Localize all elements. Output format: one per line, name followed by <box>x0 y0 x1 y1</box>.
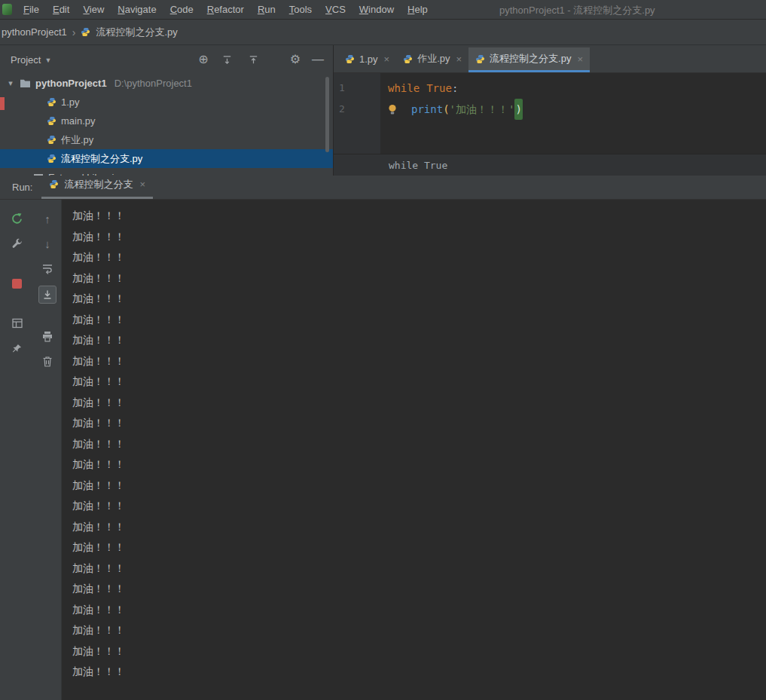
expand-all-icon[interactable] <box>220 52 235 67</box>
menu-item[interactable]: Tools <box>282 1 319 18</box>
file-name: 流程控制之分支.py <box>61 152 142 166</box>
run-console-toolbar: ↑ ↓ <box>34 200 62 700</box>
tree-item-project-root[interactable]: ▾ pythonProject1 D:\pythonProject1 <box>0 74 333 93</box>
console-output-line: 加油！！！ <box>72 537 766 558</box>
hide-panel-icon[interactable]: — <box>312 53 324 66</box>
python-file-icon <box>47 116 56 126</box>
keyword: while <box>388 78 420 99</box>
scroll-up-icon[interactable]: ↑ <box>40 211 55 226</box>
window-title: pythonProject1 - 流程控制之分支.py <box>499 4 655 17</box>
run-panel-header: Run: 流程控制之分支 × <box>0 176 766 200</box>
breadcrumb-file[interactable]: 流程控制之分支.py <box>96 26 177 39</box>
run-tab[interactable]: 流程控制之分支 × <box>41 176 153 199</box>
console-output-line: 加油！！！ <box>72 434 766 455</box>
code-lines: whileTrue: print('加油！！！') <box>380 73 766 154</box>
tab-label: 1.py <box>359 53 378 65</box>
tree-item-file[interactable]: 作业.py <box>0 130 333 149</box>
console-output-line: 加油！！！ <box>72 351 766 372</box>
pycharm-window: { "icons": { "caret_down": "▼", "chevron… <box>0 0 766 700</box>
console-output-line: 加油！！！ <box>72 310 766 331</box>
python-file-icon <box>345 54 355 64</box>
project-panel-header: Project ▼ ⊕ ⚙ — <box>0 45 333 74</box>
locate-file-icon[interactable]: ⊕ <box>198 53 208 66</box>
python-file-icon <box>49 179 59 189</box>
code-line-2: print('加油！！！') <box>380 99 766 120</box>
console-output-line: 加油！！！ <box>72 289 766 310</box>
editor-tab[interactable]: 作业.py × <box>396 47 468 72</box>
menu-item[interactable]: File <box>17 1 46 18</box>
restore-layout-icon[interactable] <box>10 316 25 331</box>
console-output-line: 加油！！！ <box>72 413 766 434</box>
edit-configuration-wrench-icon[interactable] <box>10 236 25 251</box>
console-output-line: 加油！！！ <box>72 247 766 268</box>
python-file-icon <box>47 135 56 145</box>
menu-item[interactable]: View <box>76 1 111 18</box>
scroll-to-end-icon[interactable] <box>38 286 56 304</box>
console-output-line: 加油！！！ <box>72 662 766 683</box>
caret-down-icon: ▼ <box>44 57 51 64</box>
console-output-line: 加油！！！ <box>72 393 766 414</box>
project-view-selector[interactable]: Project <box>11 54 41 66</box>
console-output-line: 加油！！！ <box>72 206 766 227</box>
tab-label: 作业.py <box>417 52 450 66</box>
clear-console-trash-icon[interactable] <box>40 353 55 368</box>
console-output-line: 加油！！！ <box>72 517 766 538</box>
close-tab-icon[interactable]: × <box>139 179 145 190</box>
python-file-icon <box>47 154 56 164</box>
editor-tab-active[interactable]: 流程控制之分支.py × <box>468 47 590 72</box>
console-output-line: 加油！！！ <box>72 641 766 662</box>
tree-item-file-selected[interactable]: 流程控制之分支.py <box>0 149 333 168</box>
editor-area: 1.py × 作业.py × 流程控制之分支.py × 1 2 whileTru… <box>334 45 766 176</box>
project-tool-window: Project ▼ ⊕ ⚙ — ▾ pythonProject1 D:\pyth… <box>0 45 334 177</box>
project-scrollbar[interactable] <box>325 77 329 152</box>
menu-item[interactable]: Navigate <box>111 1 163 18</box>
print-console-icon[interactable] <box>40 329 55 344</box>
menu-item[interactable]: Code <box>163 1 200 18</box>
collapse-all-icon[interactable] <box>246 52 261 67</box>
run-panel-title: Run: <box>0 182 41 199</box>
settings-gear-icon[interactable]: ⚙ <box>290 53 301 66</box>
console-output-line: 加油！！！ <box>72 371 766 393</box>
rerun-button[interactable] <box>10 211 25 226</box>
console-output-line: 加油！！！ <box>72 475 766 497</box>
console-output-line: 加油！！！ <box>72 496 766 517</box>
chevron-down-icon[interactable]: ▾ <box>6 78 15 88</box>
run-tab-label: 流程控制之分支 <box>64 178 133 191</box>
soft-wrap-icon[interactable] <box>40 261 55 276</box>
code-editor[interactable]: 1 2 whileTrue: print('加油！！！') <box>334 73 766 154</box>
menu-item[interactable]: Run <box>251 1 282 18</box>
menu-item[interactable]: Refactor <box>200 1 251 18</box>
menu-items: FileEditViewNavigateCodeRefactorRunTools… <box>17 1 435 18</box>
close-tab-icon[interactable]: × <box>456 53 462 65</box>
close-tab-icon[interactable]: × <box>384 53 390 65</box>
editor-tab[interactable]: 1.py × <box>338 47 396 72</box>
tree-item-file[interactable]: main.py <box>0 112 333 130</box>
project-root-name: pythonProject1 <box>35 78 107 89</box>
menu-item[interactable]: Window <box>352 1 401 18</box>
breadcrumb-project[interactable]: pythonProject1 <box>2 26 67 38</box>
code-line-1: whileTrue: <box>380 78 766 99</box>
stop-button[interactable] <box>10 276 25 291</box>
pin-tab-icon[interactable] <box>10 341 25 356</box>
paren-close-highlighted: ) <box>514 99 522 120</box>
intention-bulb-icon[interactable] <box>388 104 397 115</box>
sticky-context-line: while True <box>334 154 766 176</box>
run-console-output[interactable]: 加油！！！加油！！！加油！！！加油！！！加油！！！加油！！！加油！！！加油！！！… <box>62 200 766 700</box>
app-logo-icon <box>2 4 12 15</box>
python-file-icon <box>47 97 56 107</box>
tree-item-file[interactable]: 1.py <box>0 93 333 112</box>
menu-item[interactable]: Help <box>401 1 435 18</box>
breadcrumb: pythonProject1 › 流程控制之分支.py <box>0 20 766 45</box>
line-number: 1 <box>334 78 380 99</box>
menu-item[interactable]: Edit <box>46 1 76 18</box>
python-file-icon <box>81 27 90 37</box>
run-toolbar-left <box>0 200 34 700</box>
console-output-line: 加油！！！ <box>72 600 766 621</box>
close-tab-icon[interactable]: × <box>577 53 583 65</box>
scroll-down-icon[interactable]: ↓ <box>40 236 55 251</box>
python-file-icon <box>403 54 413 64</box>
string-literal: '加油！！！' <box>450 99 515 120</box>
menu-item[interactable]: VCS <box>319 1 352 18</box>
run-tool-window: Run: 流程控制之分支 × <box>0 176 766 700</box>
console-output-line: 加油！！！ <box>72 454 766 475</box>
